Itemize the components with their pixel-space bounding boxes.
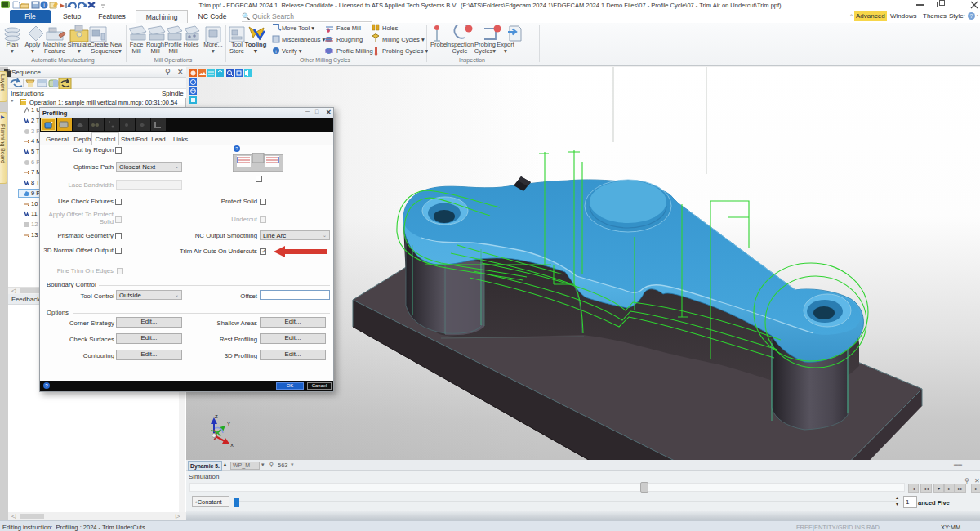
svg-text:Move Tool ▾: Move Tool ▾: [282, 25, 314, 32]
svg-text:Verify ▾: Verify ▾: [282, 47, 302, 55]
svg-text:Roughing: Roughing: [336, 36, 363, 43]
svg-text:Face Mill: Face Mill: [336, 25, 361, 32]
svg-text:i: i: [275, 49, 276, 54]
svg-text:Holes: Holes: [382, 25, 398, 32]
svg-text:Probing Cycles ▾: Probing Cycles ▾: [382, 47, 428, 55]
svg-text:Y: Y: [227, 422, 230, 426]
svg-text:Miscellaneous ▾: Miscellaneous ▾: [282, 36, 326, 43]
svg-text:X: X: [230, 443, 234, 448]
svg-text:Milling Cycles ▾: Milling Cycles ▾: [382, 36, 425, 43]
svg-text:Z: Z: [215, 414, 218, 419]
svg-text:Profile Milling: Profile Milling: [336, 47, 373, 55]
